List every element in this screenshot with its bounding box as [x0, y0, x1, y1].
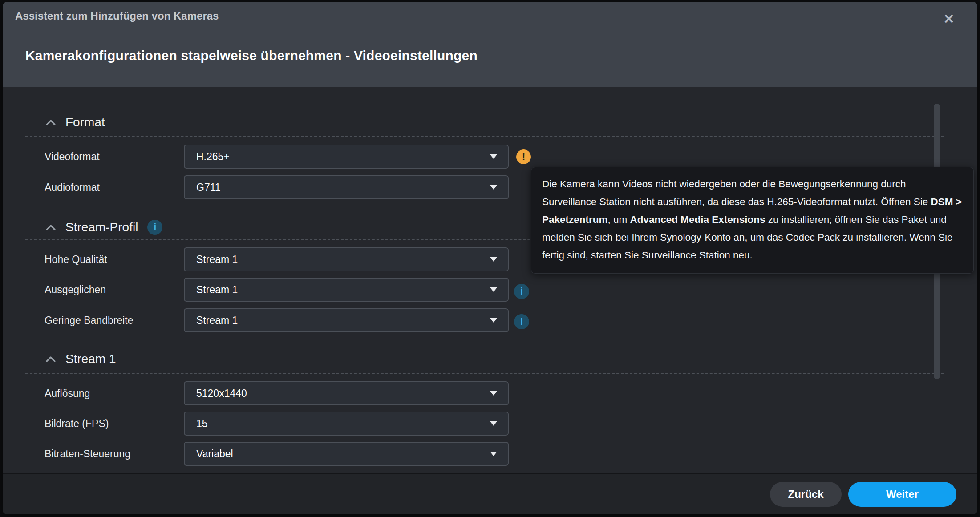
bildrate-select[interactable]: 15 — [184, 412, 509, 436]
hohe-qualitaet-value: Stream 1 — [196, 254, 490, 266]
chevron-up-icon — [45, 355, 56, 363]
hohe-qualitaet-select[interactable]: Stream 1 — [184, 247, 509, 271]
info-icon[interactable]: i — [147, 220, 162, 235]
audioformat-label: Audioformat — [45, 182, 100, 194]
next-button[interactable]: Weiter — [848, 482, 956, 507]
section-header-stream-profil[interactable]: Stream-Profil i — [45, 220, 162, 235]
bildrate-value: 15 — [196, 418, 490, 430]
videoformat-select[interactable]: H.265+ — [184, 145, 509, 169]
dialog-footer: Zurück Weiter — [3, 473, 977, 514]
bitraten-steuerung-label: Bitraten-Steuerung — [45, 448, 130, 460]
geringe-bandbreite-label: Geringe Bandbreite — [45, 315, 133, 327]
chevron-up-icon — [45, 224, 56, 231]
info-icon[interactable]: i — [514, 284, 529, 299]
chevron-up-icon — [45, 119, 56, 126]
page-title: Kamerakonfigurationen stapelweise überne… — [25, 48, 478, 63]
bildrate-label: Bildrate (FPS) — [45, 418, 109, 430]
info-glyph: i — [154, 222, 156, 233]
dialog-title: Assistent zum Hinzufügen von Kameras — [15, 10, 219, 22]
dialog-header: Assistent zum Hinzufügen von Kameras Kam… — [3, 2, 977, 87]
geringe-bandbreite-value: Stream 1 — [196, 315, 490, 327]
geringe-bandbreite-select[interactable]: Stream 1 — [184, 308, 509, 332]
chevron-down-icon — [490, 154, 497, 159]
tooltip-text: Die Kamera kann Videos nicht wiedergeben… — [542, 178, 931, 207]
info-icon[interactable]: i — [514, 314, 529, 329]
audioformat-value: G711 — [196, 182, 490, 194]
section-title: Stream 1 — [65, 352, 116, 366]
chevron-down-icon — [490, 421, 497, 426]
dialog-body: Format Videoformat H.265+ ! Audioformat … — [3, 87, 977, 473]
ausgeglichen-select[interactable]: Stream 1 — [184, 278, 509, 302]
aufloesung-label: Auflösung — [45, 388, 90, 400]
add-camera-wizard-dialog: Assistent zum Hinzufügen von Kameras Kam… — [3, 2, 977, 514]
section-title: Format — [65, 115, 105, 129]
aufloesung-value: 5120x1440 — [196, 388, 490, 400]
hohe-qualitaet-label: Hohe Qualität — [45, 254, 107, 266]
chevron-down-icon — [490, 391, 497, 396]
aufloesung-select[interactable]: 5120x1440 — [184, 381, 509, 405]
section-header-format[interactable]: Format — [45, 115, 105, 129]
h265-warning-tooltip: Die Kamera kann Videos nicht wiedergeben… — [531, 167, 974, 274]
videoformat-label: Videoformat — [45, 151, 100, 163]
tooltip-text-bold: Advanced Media Extensions — [630, 214, 765, 225]
tooltip-text: , um — [608, 214, 630, 225]
section-title: Stream-Profil — [65, 220, 138, 234]
ausgeglichen-label: Ausgeglichen — [45, 284, 106, 296]
audioformat-select[interactable]: G711 — [184, 175, 509, 199]
chevron-down-icon — [490, 287, 497, 292]
close-icon[interactable]: ✕ — [940, 10, 958, 28]
chevron-down-icon — [490, 318, 497, 323]
videoformat-value: H.265+ — [196, 151, 490, 163]
warning-glyph: ! — [522, 151, 526, 163]
bitraten-steuerung-value: Variabel — [196, 448, 490, 460]
info-glyph: i — [520, 286, 523, 297]
info-glyph: i — [520, 316, 523, 327]
section-divider — [25, 136, 944, 137]
chevron-down-icon — [490, 257, 497, 262]
bitraten-steuerung-select[interactable]: Variabel — [184, 442, 509, 466]
back-button[interactable]: Zurück — [770, 482, 842, 507]
chevron-down-icon — [490, 185, 497, 190]
warning-icon[interactable]: ! — [516, 149, 531, 164]
section-divider — [25, 373, 944, 374]
ausgeglichen-value: Stream 1 — [196, 284, 490, 296]
section-header-stream-1[interactable]: Stream 1 — [45, 352, 116, 366]
chevron-down-icon — [490, 452, 497, 456]
